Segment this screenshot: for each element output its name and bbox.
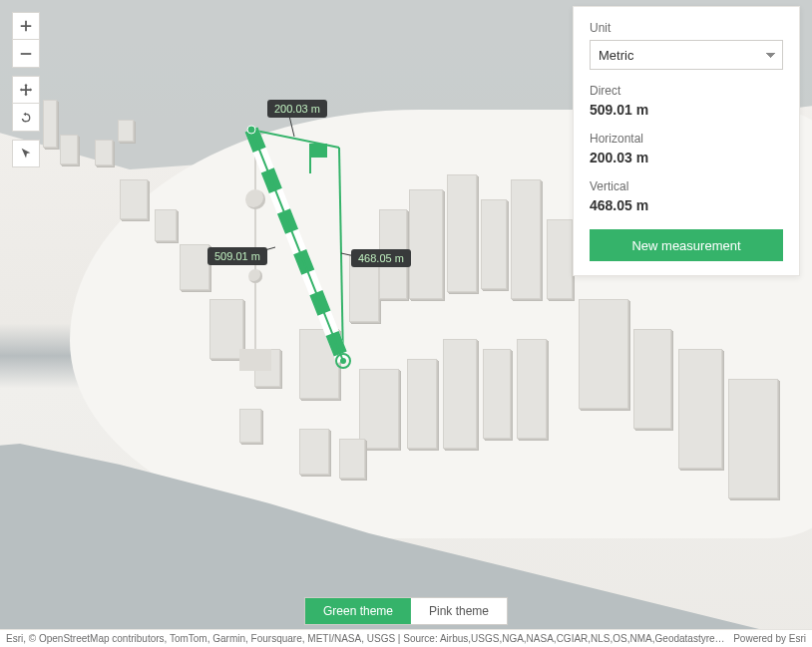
horizontal-label: Horizontal [590, 132, 783, 146]
rotate-icon [19, 111, 33, 125]
measurement-panel: Unit Metric Direct 509.01 m Horizontal 2… [573, 6, 800, 276]
plus-icon [19, 19, 33, 33]
svg-rect-11 [21, 53, 32, 55]
theme-switcher: Green theme Pink theme [304, 597, 508, 625]
green-theme-button[interactable]: Green theme [305, 598, 411, 624]
direct-label: Direct [590, 84, 783, 98]
zoom-in-button[interactable] [12, 12, 40, 40]
flag-icon [311, 144, 327, 158]
unit-select[interactable]: Metric [590, 40, 783, 70]
vertical-value: 468.05 m [590, 197, 783, 213]
rotate-button[interactable] [12, 104, 40, 132]
attribution-bar: Esri, © OpenStreetMap contributors, TomT… [0, 629, 812, 647]
vertical-label: Vertical [590, 179, 783, 193]
measurement-label-horizontal: 200.03 m [267, 100, 327, 118]
measurement-label-vertical: 468.05 m [351, 249, 411, 267]
pan-button[interactable] [12, 76, 40, 104]
measurement-label-direct: 509.01 m [207, 247, 267, 265]
pan-icon [19, 83, 33, 97]
navigation-toggle-button[interactable] [12, 140, 40, 167]
unit-label: Unit [590, 21, 783, 35]
new-measurement-button[interactable]: New measurement [590, 229, 783, 261]
minus-icon [19, 47, 33, 61]
powered-by[interactable]: Powered by Esri [733, 633, 806, 644]
cursor-icon [19, 147, 33, 161]
map-toolbar [12, 12, 40, 167]
zoom-out-button[interactable] [12, 40, 40, 68]
horizontal-value: 200.03 m [590, 150, 783, 165]
direct-value: 509.01 m [590, 102, 783, 118]
attribution-text: Esri, © OpenStreetMap contributors, TomT… [6, 633, 725, 644]
pink-theme-button[interactable]: Pink theme [411, 598, 507, 624]
